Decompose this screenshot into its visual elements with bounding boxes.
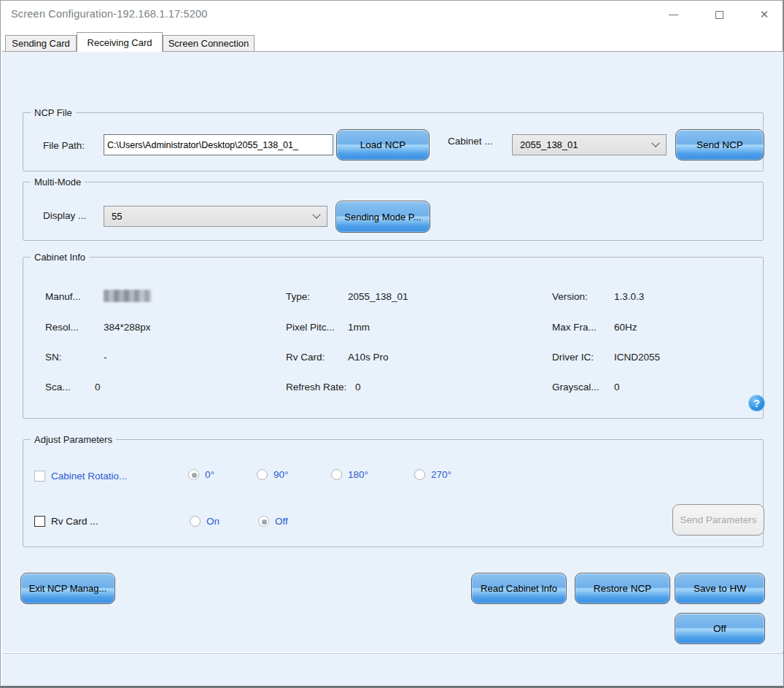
multi-mode-group: Multi-Mode Display ... 55 Sending Mode P… xyxy=(23,182,764,241)
adjust-parameters-group: Adjust Parameters Cabinet Rotatio... 0° … xyxy=(23,439,764,547)
cabinet-select-value: 2055_138_01 xyxy=(520,139,653,150)
scan-label: Sca... xyxy=(45,382,95,393)
rv-card-toggle-label[interactable]: Rv Card ... xyxy=(51,516,98,527)
display-mode-label: Display ... xyxy=(43,210,86,221)
sn-field: SN:- xyxy=(45,352,107,363)
manufacturer-value-redacted xyxy=(104,290,152,302)
chevron-down-icon xyxy=(312,210,320,218)
display-mode-select[interactable]: 55 xyxy=(104,206,327,227)
maximize-button[interactable] xyxy=(707,5,731,24)
window-title: Screen Configuration-192.168.1.17:5200 xyxy=(11,8,208,20)
tab-label: Sending Card xyxy=(12,38,70,49)
rv-card-off-label[interactable]: Off xyxy=(275,516,288,527)
maximize-icon xyxy=(715,11,723,19)
close-button[interactable]: ✕ xyxy=(752,5,777,24)
refresh-rate-field: Refresh Rate:0 xyxy=(286,382,361,393)
driver-ic-label: Driver IC: xyxy=(552,352,614,363)
rotation-180-radio[interactable] xyxy=(331,469,342,480)
manufacturer-label: Manuf... xyxy=(45,291,104,302)
version-field: Version:1.3.0.3 xyxy=(552,291,644,302)
max-frame-value: 60Hz xyxy=(614,322,637,333)
save-to-hw-button[interactable]: Save to HW xyxy=(675,573,765,604)
adjust-parameters-group-title: Adjust Parameters xyxy=(31,434,116,445)
rv-card-off-radio[interactable] xyxy=(258,516,269,527)
driver-ic-field: Driver IC:ICND2055 xyxy=(552,352,660,363)
ncp-file-group-title: NCP File xyxy=(31,107,76,118)
rv-card-value: A10s Pro xyxy=(348,352,389,363)
sn-value: - xyxy=(104,352,107,363)
question-mark-glyph: ? xyxy=(753,398,760,409)
type-label: Type: xyxy=(286,291,348,302)
chevron-down-icon xyxy=(651,139,659,147)
resolution-value: 384*288px xyxy=(104,322,151,333)
max-frame-label: Max Fra... xyxy=(552,322,614,333)
type-field: Type:2055_138_01 xyxy=(286,291,408,302)
rotation-90-radio[interactable] xyxy=(257,469,268,480)
scan-field: Sca...0 xyxy=(45,382,101,393)
tab-label: Receiving Card xyxy=(88,37,152,48)
close-icon: ✕ xyxy=(760,8,769,21)
off-button[interactable]: Off xyxy=(675,613,765,644)
tab-receiving-card[interactable]: Receiving Card xyxy=(77,32,163,52)
manufacturer-field: Manuf... xyxy=(45,291,152,302)
restore-ncp-button[interactable]: Restore NCP xyxy=(575,573,670,604)
tab-sending-card[interactable]: Sending Card xyxy=(5,35,77,51)
cabinet-info-row: SN:- Rv Card:A10s Pro Driver IC:ICND2055 xyxy=(23,352,763,365)
resolution-field: Resol...384*288px xyxy=(45,322,151,333)
receiving-card-panel: NCP File File Path: Load NCP Cabinet ...… xyxy=(2,51,783,652)
version-value: 1.3.0.3 xyxy=(614,291,644,302)
cabinet-info-group: Cabinet Info Manuf... Type:2055_138_01 V… xyxy=(23,257,764,419)
multi-mode-group-title: Multi-Mode xyxy=(31,177,85,188)
rv-card-checkbox[interactable] xyxy=(34,516,45,527)
help-icon[interactable]: ? xyxy=(748,395,765,411)
grayscale-label: Grayscal... xyxy=(552,382,614,393)
cabinet-rotation-label[interactable]: Cabinet Rotatio... xyxy=(51,471,127,482)
load-ncp-button[interactable]: Load NCP xyxy=(336,129,430,161)
cabinet-rotation-checkbox[interactable] xyxy=(34,471,45,482)
version-label: Version: xyxy=(552,291,614,302)
rotation-0-label[interactable]: 0° xyxy=(205,469,214,480)
file-path-input[interactable] xyxy=(104,134,333,155)
minimize-button[interactable] xyxy=(661,5,686,24)
refresh-rate-label: Refresh Rate: xyxy=(286,382,348,393)
sending-mode-button[interactable]: Sending Mode P... xyxy=(335,201,430,233)
send-parameters-button[interactable]: Send Parameters xyxy=(672,504,764,536)
rotation-90-label[interactable]: 90° xyxy=(273,469,288,480)
cabinet-info-row: Manuf... Type:2055_138_01 Version:1.3.0.… xyxy=(23,291,763,304)
cabinet-select[interactable]: 2055_138_01 xyxy=(512,134,667,155)
resolution-label: Resol... xyxy=(45,322,104,333)
pixel-pitch-field: Pixel Pitc...1mm xyxy=(286,322,370,333)
grayscale-field: Grayscal...0 xyxy=(552,382,620,393)
cabinet-label: Cabinet ... xyxy=(448,136,493,147)
scan-value: 0 xyxy=(95,382,101,393)
max-frame-field: Max Fra...60Hz xyxy=(552,322,637,333)
rv-card-on-radio[interactable] xyxy=(190,516,201,527)
exit-ncp-management-button[interactable]: Exit NCP Manag... xyxy=(20,573,115,604)
grayscale-value: 0 xyxy=(614,382,620,393)
title-bar: Screen Configuration-192.168.1.17:5200 ✕ xyxy=(1,1,783,31)
rv-card-field: Rv Card:A10s Pro xyxy=(286,352,389,363)
cabinet-info-group-title: Cabinet Info xyxy=(31,252,89,263)
sn-label: SN: xyxy=(45,352,104,363)
pixel-pitch-value: 1mm xyxy=(348,322,370,333)
cabinet-info-row: Sca...0 Refresh Rate:0 Grayscal...0 xyxy=(23,382,763,395)
file-path-label: File Path: xyxy=(43,140,85,151)
rotation-270-label[interactable]: 270° xyxy=(431,469,451,480)
rotation-270-radio[interactable] xyxy=(414,469,425,480)
rotation-0-radio[interactable] xyxy=(188,469,199,480)
rv-card-label: Rv Card: xyxy=(286,352,348,363)
driver-ic-value: ICND2055 xyxy=(614,352,660,363)
read-cabinet-info-button[interactable]: Read Cabinet Info xyxy=(471,573,567,604)
ncp-file-group: NCP File File Path: Load NCP Cabinet ...… xyxy=(23,112,764,171)
rv-card-on-label[interactable]: On xyxy=(206,516,220,527)
refresh-rate-value: 0 xyxy=(355,382,361,393)
display-mode-select-value: 55 xyxy=(112,211,314,222)
tab-screen-connection[interactable]: Screen Connection xyxy=(163,35,255,51)
cabinet-info-row: Resol...384*288px Pixel Pitc...1mm Max F… xyxy=(23,322,763,335)
pixel-pitch-label: Pixel Pitc... xyxy=(286,322,348,333)
send-ncp-button[interactable]: Send NCP xyxy=(675,129,764,161)
type-value: 2055_138_01 xyxy=(348,291,408,302)
minimize-icon xyxy=(669,15,678,15)
status-strip xyxy=(2,653,783,686)
rotation-180-label[interactable]: 180° xyxy=(348,469,368,480)
